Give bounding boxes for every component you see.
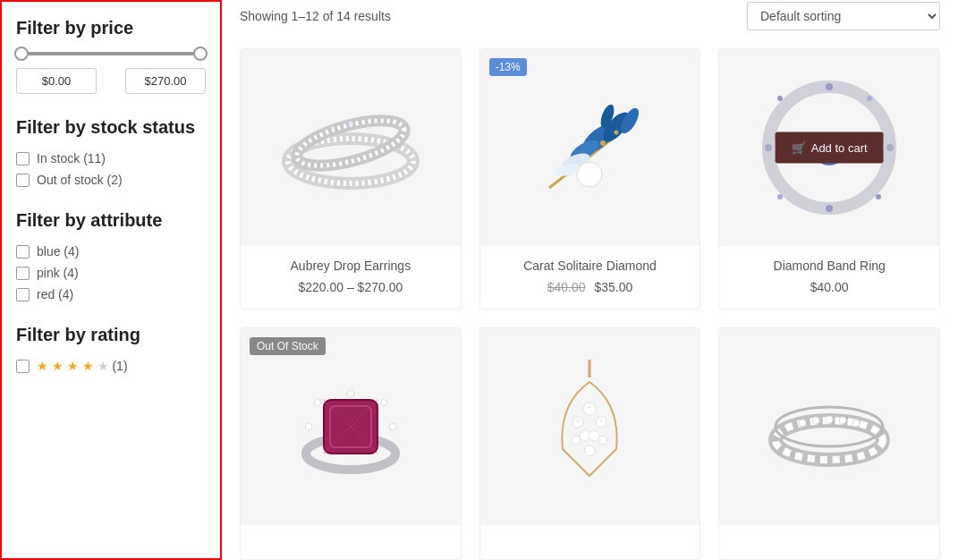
price-inputs: $0.00 $270.00 (16, 68, 206, 94)
product-price-1: $220.00 – $270.00 (250, 280, 452, 294)
product-card-5[interactable] (479, 327, 701, 560)
svg-point-5 (367, 126, 370, 130)
filter-by-stock-section: Filter by stock status In stock (11) Out… (16, 115, 206, 187)
product-name-1: Aubrey Drop Earrings (250, 259, 452, 273)
star-2: ★ (52, 359, 64, 373)
stock-out-of-stock-item[interactable]: Out of stock (2) (16, 173, 206, 187)
product-name-2: Carat Solitaire Diamond (489, 259, 691, 273)
svg-point-25 (876, 194, 881, 199)
leaf-pendant-svg (522, 351, 657, 503)
star-3: ★ (67, 359, 79, 373)
product-card-1[interactable]: Aubrey Drop Earrings $220.00 – $270.00 (240, 48, 462, 310)
attr-blue-item[interactable]: blue (4) (16, 244, 206, 259)
svg-point-24 (867, 96, 872, 101)
price-max-input[interactable]: $270.00 (125, 68, 206, 94)
stock-out-of-stock-checkbox[interactable] (16, 174, 30, 187)
attr-blue-label: blue (4) (37, 244, 79, 259)
svg-point-27 (777, 96, 783, 101)
attr-red-label: red (4) (37, 287, 73, 301)
svg-point-61 (852, 420, 860, 427)
stacked-rings-svg (270, 67, 431, 228)
stock-in-stock-item[interactable]: In stock (11) (16, 151, 206, 165)
svg-point-41 (305, 423, 312, 430)
filter-attribute-title: Filter by attribute (16, 208, 206, 232)
attr-red-item[interactable]: red (4) (16, 287, 206, 301)
product-image-5 (480, 328, 700, 525)
filter-by-attribute-section: Filter by attribute blue (4) pink (4) re… (16, 208, 206, 301)
attr-pink-item[interactable]: pink (4) (16, 266, 206, 280)
filter-by-rating-section: Filter by rating ★ ★ ★ ★ ★ (1) (16, 323, 206, 373)
svg-point-43 (583, 403, 596, 415)
product-card-3[interactable]: 🛒 Add to cart (718, 48, 940, 310)
original-price-2: $40.00 (547, 280, 586, 294)
svg-point-47 (589, 430, 599, 441)
add-to-cart-button[interactable]: 🛒 Add to cart (776, 132, 884, 164)
attr-pink-label: pink (4) (37, 266, 79, 280)
product-card-4[interactable]: Out Of Stock (240, 327, 462, 560)
product-info-1: Aubrey Drop Earrings $220.00 – $270.00 (241, 246, 461, 309)
svg-point-23 (765, 144, 772, 151)
rating-4star-label: (1) (109, 359, 128, 373)
svg-point-40 (314, 400, 320, 406)
product-image-1 (241, 49, 461, 246)
svg-point-4 (348, 122, 352, 126)
cart-icon: 🛒 (792, 141, 806, 155)
rating-4star-item[interactable]: ★ ★ ★ ★ ★ (1) (16, 359, 206, 373)
svg-point-21 (886, 144, 894, 151)
svg-point-58 (812, 417, 819, 424)
svg-point-52 (577, 420, 580, 422)
price-slider-min-thumb[interactable] (14, 47, 29, 61)
product-info-5 (480, 525, 700, 559)
svg-point-17 (600, 140, 606, 146)
product-price-2: $40.00 $35.00 (489, 280, 691, 294)
svg-point-39 (389, 423, 396, 430)
svg-point-60 (839, 417, 846, 424)
star-1: ★ (37, 359, 48, 373)
product-grid: Aubrey Drop Earrings $220.00 – $270.00 -… (240, 48, 940, 560)
product-image-2: -13% (480, 49, 700, 246)
filter-by-price-section: Filter by price $0.00 $270.00 (16, 16, 206, 94)
sort-select[interactable]: Default sorting Sort by popularity Sort … (747, 2, 940, 30)
top-bar: Showing 1–12 of 14 results Default sorti… (240, 0, 940, 30)
svg-point-37 (347, 390, 354, 397)
svg-point-48 (584, 445, 595, 456)
attr-blue-checkbox[interactable] (16, 245, 30, 259)
cushion-ring-svg (275, 351, 427, 503)
svg-point-45 (596, 417, 606, 428)
svg-point-15 (577, 162, 602, 187)
product-info-4 (241, 525, 461, 559)
svg-point-49 (572, 436, 581, 445)
discount-badge: -13% (489, 58, 527, 76)
product-info-6 (719, 525, 939, 559)
band-ring-svg (758, 355, 901, 498)
product-price-3: $40.00 (728, 280, 930, 294)
price-slider-fill (16, 52, 206, 55)
price-min-input[interactable]: $0.00 (16, 68, 97, 94)
price-slider-track[interactable] (16, 52, 206, 55)
stock-out-of-stock-label: Out of stock (2) (37, 173, 123, 187)
svg-point-50 (598, 436, 607, 445)
stock-in-stock-checkbox[interactable] (16, 152, 30, 165)
sidebar: Filter by price $0.00 $270.00 Filter by … (0, 0, 222, 560)
price-slider-max-thumb[interactable] (193, 47, 208, 61)
svg-point-18 (615, 131, 619, 135)
product-image-4: Out Of Stock (241, 328, 461, 525)
product-info-2: Carat Solitaire Diamond $40.00 $35.00 (480, 246, 700, 309)
product-name-3: Diamond Band Ring (728, 259, 930, 273)
sale-price-2: $35.00 (594, 280, 632, 294)
product-card-2[interactable]: -13% (479, 48, 701, 310)
star-5: ★ (97, 359, 109, 373)
svg-point-38 (380, 400, 386, 406)
product-info-3: Diamond Band Ring $40.00 (719, 246, 939, 309)
results-text: Showing 1–12 of 14 results (240, 9, 391, 23)
attr-pink-checkbox[interactable] (16, 267, 30, 280)
attr-red-checkbox[interactable] (16, 288, 30, 301)
add-to-cart-label: Add to cart (811, 141, 868, 155)
filter-stock-title: Filter by stock status (16, 115, 206, 139)
product-card-6[interactable] (718, 327, 940, 560)
main-content: Showing 1–12 of 14 results Default sorti… (222, 0, 958, 560)
stock-in-stock-label: In stock (11) (37, 151, 106, 165)
rating-4star-checkbox[interactable] (16, 360, 30, 373)
star-4: ★ (82, 359, 94, 373)
svg-point-59 (826, 416, 833, 423)
